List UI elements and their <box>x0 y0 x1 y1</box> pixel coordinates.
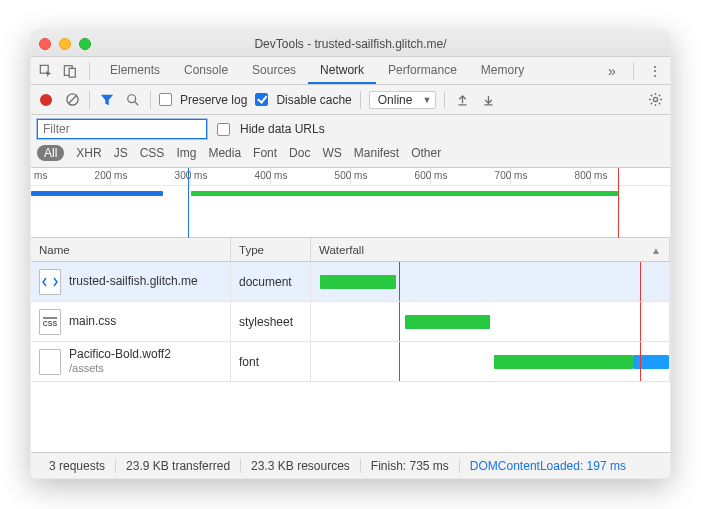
type-chip-other[interactable]: Other <box>411 146 441 160</box>
dcl-marker <box>399 342 400 381</box>
request-name: Pacifico-Bold.woff2 <box>69 348 171 362</box>
status-finish: Finish: 735 ms <box>361 459 460 473</box>
titlebar: DevTools - trusted-sailfish.glitch.me/ <box>31 31 670 57</box>
window-title: DevTools - trusted-sailfish.glitch.me/ <box>39 37 662 51</box>
load-marker <box>640 302 641 341</box>
cell-name: Pacifico-Bold.woff2/assets <box>31 342 231 381</box>
svg-line-17 <box>658 95 659 96</box>
kebab-icon[interactable]: ⋮ <box>644 60 666 82</box>
tab-network[interactable]: Network <box>308 57 376 84</box>
timeline-bar <box>191 191 618 196</box>
clear-icon[interactable] <box>63 91 81 109</box>
status-resources: 23.3 KB resources <box>241 459 361 473</box>
preserve-log-checkbox[interactable] <box>159 93 172 106</box>
cell-type: stylesheet <box>231 302 311 341</box>
inspect-icon[interactable] <box>35 60 57 82</box>
gear-icon[interactable] <box>646 91 664 109</box>
dcl-marker <box>188 168 189 238</box>
svg-point-9 <box>653 97 657 101</box>
tick-label: 700 ms <box>495 170 528 181</box>
cell-waterfall <box>311 302 670 341</box>
request-path: /assets <box>69 362 171 375</box>
sort-asc-icon: ▲ <box>651 244 661 255</box>
traffic-lights <box>39 38 91 50</box>
panel-tabbar: ElementsConsoleSourcesNetworkPerformance… <box>31 57 670 85</box>
load-marker <box>640 262 641 301</box>
close-icon[interactable] <box>39 38 51 50</box>
waterfall-bar <box>494 355 633 369</box>
col-name[interactable]: Name <box>31 238 231 261</box>
table-header: Name Type Waterfall ▲ <box>31 238 670 262</box>
status-dcl: DOMContentLoaded: 197 ms <box>460 459 636 473</box>
tab-performance[interactable]: Performance <box>376 57 469 84</box>
tabbar-right: » ⋮ <box>601 60 666 82</box>
separator <box>89 62 90 80</box>
tick-label: 600 ms <box>415 170 448 181</box>
filter-bar: Hide data URLs AllXHRJSCSSImgMediaFontDo… <box>31 115 670 168</box>
tab-elements[interactable]: Elements <box>98 57 172 84</box>
type-chip-ws[interactable]: WS <box>322 146 341 160</box>
minimize-icon[interactable] <box>59 38 71 50</box>
filter-input[interactable] <box>37 119 207 139</box>
type-chip-js[interactable]: JS <box>114 146 128 160</box>
load-marker <box>640 342 641 381</box>
overflow-icon[interactable]: » <box>601 60 623 82</box>
chevron-down-icon: ▼ <box>422 95 431 105</box>
devtools-window: DevTools - trusted-sailfish.glitch.me/ E… <box>30 30 671 479</box>
type-chip-font[interactable]: Font <box>253 146 277 160</box>
separator <box>89 91 90 109</box>
svg-point-5 <box>128 94 136 102</box>
tick-label: 500 ms <box>335 170 368 181</box>
svg-rect-2 <box>69 68 75 77</box>
download-har-icon[interactable] <box>479 91 497 109</box>
table-row[interactable]: CSSmain.cssstylesheet <box>31 302 670 342</box>
timeline-bar <box>31 191 163 196</box>
device-toggle-icon[interactable] <box>59 60 81 82</box>
requests-table: Name Type Waterfall ▲ trusted-sailfish.g… <box>31 238 670 452</box>
disable-cache-checkbox[interactable] <box>255 93 268 106</box>
type-chip-manifest[interactable]: Manifest <box>354 146 399 160</box>
throttling-select[interactable]: Online ▼ <box>369 91 437 109</box>
preserve-log-label: Preserve log <box>180 93 247 107</box>
separator <box>360 91 361 109</box>
request-name: trusted-sailfish.glitch.me <box>69 275 198 289</box>
waterfall-bar <box>405 315 490 329</box>
filter-toggle-icon[interactable] <box>98 91 116 109</box>
dcl-marker <box>399 302 400 341</box>
upload-har-icon[interactable] <box>453 91 471 109</box>
type-chip-doc[interactable]: Doc <box>289 146 310 160</box>
separator <box>444 91 445 109</box>
col-type[interactable]: Type <box>231 238 311 261</box>
type-chip-img[interactable]: Img <box>176 146 196 160</box>
type-chip-xhr[interactable]: XHR <box>76 146 101 160</box>
timeline-overview[interactable]: 100 ms200 ms300 ms400 ms500 ms600 ms700 … <box>31 168 670 238</box>
cell-type: font <box>231 342 311 381</box>
cell-name: CSSmain.css <box>31 302 231 341</box>
tick-label: 200 ms <box>95 170 128 181</box>
timeline-tick: 800 ms <box>590 168 670 185</box>
type-chip-css[interactable]: CSS <box>140 146 165 160</box>
table-row[interactable]: trusted-sailfish.glitch.medocument <box>31 262 670 302</box>
svg-line-6 <box>135 101 139 105</box>
tick-label: 100 ms <box>30 170 47 181</box>
status-transferred: 23.9 KB transferred <box>116 459 241 473</box>
cell-type: document <box>231 262 311 301</box>
tab-sources[interactable]: Sources <box>240 57 308 84</box>
tab-memory[interactable]: Memory <box>469 57 536 84</box>
separator <box>633 62 634 80</box>
hide-data-urls-checkbox[interactable] <box>217 123 230 136</box>
tab-console[interactable]: Console <box>172 57 240 84</box>
record-icon[interactable] <box>37 91 55 109</box>
table-row[interactable]: Pacifico-Bold.woff2/assetsfont <box>31 342 670 382</box>
hide-data-urls-label: Hide data URLs <box>240 122 325 136</box>
svg-line-16 <box>650 103 651 104</box>
type-chip-media[interactable]: Media <box>208 146 241 160</box>
cell-waterfall <box>311 342 670 381</box>
zoom-icon[interactable] <box>79 38 91 50</box>
col-waterfall[interactable]: Waterfall ▲ <box>311 238 670 261</box>
type-chip-all[interactable]: All <box>37 145 64 161</box>
tick-label: 300 ms <box>175 170 208 181</box>
dcl-marker <box>399 262 400 301</box>
cell-name: trusted-sailfish.glitch.me <box>31 262 231 301</box>
search-icon[interactable] <box>124 91 142 109</box>
